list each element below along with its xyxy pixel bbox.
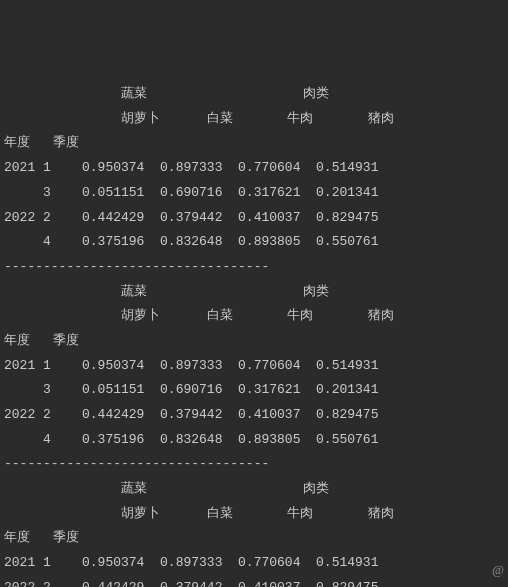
- watermark-at: @: [492, 558, 504, 583]
- console-output: 蔬菜 肉类 胡萝卜 白菜 牛肉 猪肉 年度 季度 2021 1 0.950374…: [4, 82, 504, 587]
